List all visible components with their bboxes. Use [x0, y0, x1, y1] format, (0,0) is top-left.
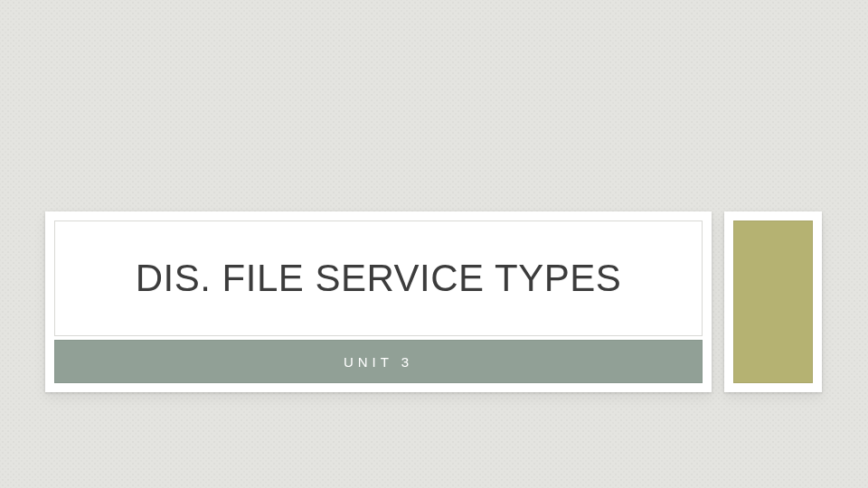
slide-subtitle: UNIT 3 — [344, 354, 413, 370]
side-panel — [724, 211, 822, 392]
title-area: DIS. FILE SERVICE TYPES — [54, 221, 703, 336]
subtitle-band: UNIT 3 — [54, 340, 703, 383]
accent-block — [733, 221, 813, 383]
slide-title: DIS. FILE SERVICE TYPES — [136, 257, 621, 300]
title-panel: DIS. FILE SERVICE TYPES UNIT 3 — [45, 211, 712, 392]
